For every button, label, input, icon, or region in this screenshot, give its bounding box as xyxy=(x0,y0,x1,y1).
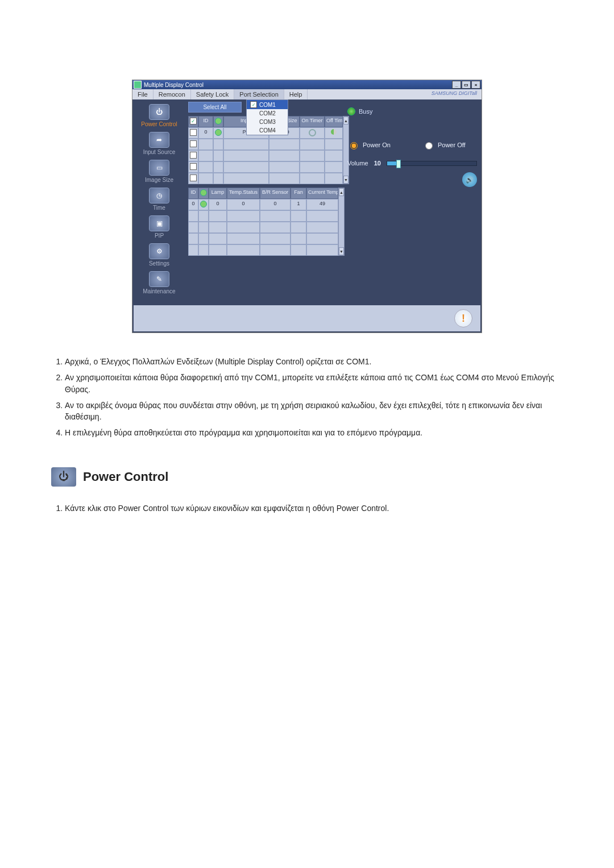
maximize-button[interactable]: ▭ xyxy=(462,81,471,89)
settings-icon: ⚙ xyxy=(149,243,169,259)
section-icon: ⏻ xyxy=(51,467,76,487)
brand-label: SAMSUNG DIGITall xyxy=(427,89,482,99)
sidebar-item-label: Input Source xyxy=(143,149,176,155)
window-title: Multiple Display Control xyxy=(144,82,204,88)
note-item: Αρχικά, ο Έλεγχος Πολλαπλών Ενδείξεων (M… xyxy=(65,356,563,367)
section-list: Κάντε κλικ στο Power Control των κύριων … xyxy=(51,504,563,513)
time-icon: ◷ xyxy=(149,188,169,203)
image-size-icon: ▭ xyxy=(149,160,169,176)
port-option-com2[interactable]: COM2 xyxy=(247,109,288,118)
port-option-com1[interactable]: ✓COM1 xyxy=(247,100,288,109)
status-icon xyxy=(200,189,207,196)
volume-value: 10 xyxy=(374,160,381,167)
sidebar-item-maintenance[interactable]: ✎ Maintenance xyxy=(132,269,186,297)
sidebar-item-label: Image Size xyxy=(145,177,173,183)
sidebar-item-pip[interactable]: ▣ PIP xyxy=(132,213,186,241)
menu-safety-lock[interactable]: Safety Lock xyxy=(191,89,234,99)
section-body: Κάντε κλικ στο Power Control των κύριων … xyxy=(65,504,563,513)
port-option-com3[interactable]: COM3 xyxy=(247,118,288,126)
select-all-button[interactable]: Select All xyxy=(188,102,242,113)
sidebar-item-power-control[interactable]: ⏻ Power Control xyxy=(132,102,186,130)
sidebar-item-image-size[interactable]: ▭ Image Size xyxy=(132,157,186,185)
sidebar-item-time[interactable]: ◷ Time xyxy=(132,185,186,213)
minimize-button[interactable]: _ xyxy=(452,81,461,89)
sidebar-item-label: PIP xyxy=(155,232,164,239)
busy-icon xyxy=(347,107,355,115)
port-dropdown: ✓COM1 COM2 COM3 COM4 xyxy=(246,99,288,135)
app-window: Multiple Display Control _ ▭ × File Remo… xyxy=(132,80,482,333)
titlebar: Multiple Display Control _ ▭ × xyxy=(132,80,482,89)
status-bar: ! xyxy=(134,305,480,331)
sidebar-item-label: Settings xyxy=(149,260,169,267)
sidebar-item-input-source[interactable]: ➦ Input Source xyxy=(132,130,186,157)
menubar: File Remocon Safety Lock Port Selection … xyxy=(132,89,482,99)
close-button[interactable]: × xyxy=(471,81,480,89)
pip-icon: ▣ xyxy=(149,215,169,231)
volume-slider[interactable] xyxy=(387,161,477,166)
sidebar: ⏻ Power Control ➦ Input Source ▭ Image S… xyxy=(132,99,186,304)
menu-remocon[interactable]: Remocon xyxy=(154,89,191,99)
status-table: ID Lamp Temp.Status B/R Sensor Fan Curre… xyxy=(188,188,338,256)
busy-indicator: Busy xyxy=(347,107,477,115)
volume-label: Volume xyxy=(347,160,368,167)
row-status-icon xyxy=(200,201,207,207)
sidebar-item-settings[interactable]: ⚙ Settings xyxy=(132,241,186,269)
warning-icon: ! xyxy=(454,309,472,327)
row-status-icon xyxy=(215,129,222,136)
sidebar-item-label: Power Control xyxy=(141,121,177,127)
power-icon: ⏻ xyxy=(149,104,169,120)
notes-list: Αρχικά, ο Έλεγχος Πολλαπλών Ενδείξεων (M… xyxy=(51,356,563,439)
note-item: Η επιλεγμένη θύρα αποθηκεύεται στο πρόγρ… xyxy=(65,427,563,438)
scroll-up-icon[interactable]: ▲ xyxy=(339,188,344,196)
app-icon xyxy=(134,81,142,89)
sidebar-item-label: Time xyxy=(153,205,165,211)
input-icon: ➦ xyxy=(149,132,169,148)
sidebar-item-label: Maintenance xyxy=(143,288,175,294)
menu-help[interactable]: Help xyxy=(284,89,308,99)
power-off-radio[interactable]: Power Off xyxy=(422,140,466,149)
port-option-com4[interactable]: COM4 xyxy=(247,126,288,135)
section-heading: ⏻ Power Control xyxy=(51,467,563,487)
power-on-radio[interactable]: Power On xyxy=(347,140,391,149)
off-timer-icon xyxy=(331,129,337,135)
row-checkbox[interactable] xyxy=(190,129,197,136)
scroll-down-icon[interactable]: ▼ xyxy=(339,247,344,255)
status-icon xyxy=(215,118,222,124)
speaker-icon[interactable]: 🔊 xyxy=(462,172,477,187)
slider-thumb[interactable] xyxy=(396,160,401,168)
maintenance-icon: ✎ xyxy=(149,271,169,287)
note-item: Αν το ακριβές όνομα θύρας που συνδέεται … xyxy=(65,400,563,423)
note-item: Αν χρησιμοποιείται κάποια θύρα διαφορετι… xyxy=(65,372,563,395)
menu-file[interactable]: File xyxy=(132,89,154,99)
menu-port-selection[interactable]: Port Selection xyxy=(234,89,284,99)
on-timer-icon xyxy=(309,129,316,136)
status-scrollbar[interactable]: ▲ ▼ xyxy=(338,188,345,256)
section-title: Power Control xyxy=(83,470,168,484)
